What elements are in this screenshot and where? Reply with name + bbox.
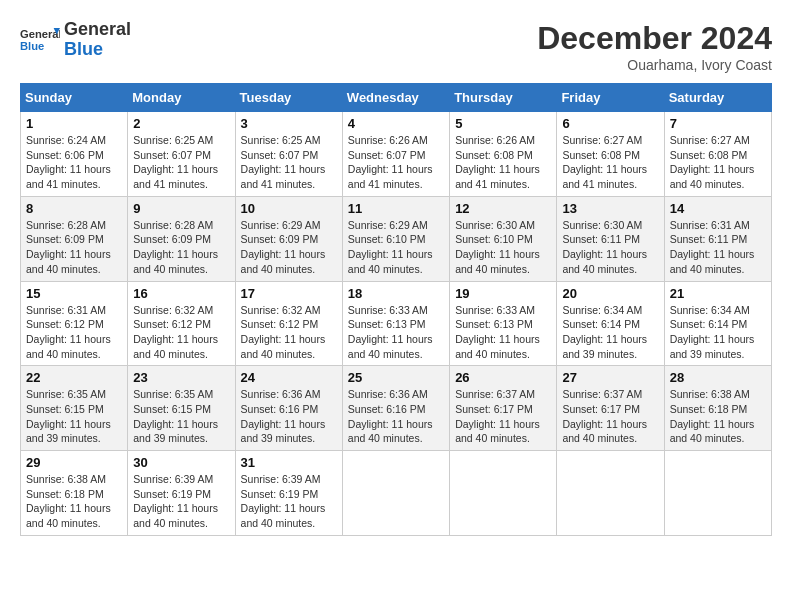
svg-text:Blue: Blue <box>20 40 44 52</box>
day-info: Sunrise: 6:34 AMSunset: 6:14 PMDaylight:… <box>670 303 766 362</box>
day-number: 24 <box>241 370 337 385</box>
day-number: 21 <box>670 286 766 301</box>
calendar-cell <box>664 451 771 536</box>
day-number: 28 <box>670 370 766 385</box>
calendar-week-row: 15Sunrise: 6:31 AMSunset: 6:12 PMDayligh… <box>21 281 772 366</box>
day-info: Sunrise: 6:27 AMSunset: 6:08 PMDaylight:… <box>562 133 658 192</box>
calendar-cell <box>450 451 557 536</box>
logo: General Blue General Blue <box>20 20 131 60</box>
day-info: Sunrise: 6:34 AMSunset: 6:14 PMDaylight:… <box>562 303 658 362</box>
calendar-cell: 21Sunrise: 6:34 AMSunset: 6:14 PMDayligh… <box>664 281 771 366</box>
calendar-cell: 17Sunrise: 6:32 AMSunset: 6:12 PMDayligh… <box>235 281 342 366</box>
day-number: 6 <box>562 116 658 131</box>
calendar-cell <box>342 451 449 536</box>
day-number: 27 <box>562 370 658 385</box>
day-number: 29 <box>26 455 122 470</box>
calendar-cell: 6Sunrise: 6:27 AMSunset: 6:08 PMDaylight… <box>557 112 664 197</box>
calendar-cell: 3Sunrise: 6:25 AMSunset: 6:07 PMDaylight… <box>235 112 342 197</box>
calendar-cell: 27Sunrise: 6:37 AMSunset: 6:17 PMDayligh… <box>557 366 664 451</box>
day-number: 12 <box>455 201 551 216</box>
calendar-cell: 9Sunrise: 6:28 AMSunset: 6:09 PMDaylight… <box>128 196 235 281</box>
day-info: Sunrise: 6:37 AMSunset: 6:17 PMDaylight:… <box>562 387 658 446</box>
day-info: Sunrise: 6:29 AMSunset: 6:10 PMDaylight:… <box>348 218 444 277</box>
title-area: December 2024 Ouarhama, Ivory Coast <box>537 20 772 73</box>
day-number: 26 <box>455 370 551 385</box>
calendar-cell: 5Sunrise: 6:26 AMSunset: 6:08 PMDaylight… <box>450 112 557 197</box>
calendar-cell: 31Sunrise: 6:39 AMSunset: 6:19 PMDayligh… <box>235 451 342 536</box>
day-number: 11 <box>348 201 444 216</box>
day-number: 1 <box>26 116 122 131</box>
weekday-header-friday: Friday <box>557 84 664 112</box>
weekday-header-saturday: Saturday <box>664 84 771 112</box>
weekday-header-thursday: Thursday <box>450 84 557 112</box>
weekday-header-monday: Monday <box>128 84 235 112</box>
weekday-header-sunday: Sunday <box>21 84 128 112</box>
calendar-cell: 16Sunrise: 6:32 AMSunset: 6:12 PMDayligh… <box>128 281 235 366</box>
day-info: Sunrise: 6:32 AMSunset: 6:12 PMDaylight:… <box>133 303 229 362</box>
day-number: 20 <box>562 286 658 301</box>
day-info: Sunrise: 6:38 AMSunset: 6:18 PMDaylight:… <box>670 387 766 446</box>
calendar-cell: 10Sunrise: 6:29 AMSunset: 6:09 PMDayligh… <box>235 196 342 281</box>
weekday-header-wednesday: Wednesday <box>342 84 449 112</box>
day-info: Sunrise: 6:28 AMSunset: 6:09 PMDaylight:… <box>133 218 229 277</box>
day-number: 5 <box>455 116 551 131</box>
calendar-cell: 18Sunrise: 6:33 AMSunset: 6:13 PMDayligh… <box>342 281 449 366</box>
day-info: Sunrise: 6:29 AMSunset: 6:09 PMDaylight:… <box>241 218 337 277</box>
day-number: 16 <box>133 286 229 301</box>
day-number: 18 <box>348 286 444 301</box>
calendar-cell: 15Sunrise: 6:31 AMSunset: 6:12 PMDayligh… <box>21 281 128 366</box>
day-number: 23 <box>133 370 229 385</box>
day-number: 22 <box>26 370 122 385</box>
day-number: 13 <box>562 201 658 216</box>
day-number: 14 <box>670 201 766 216</box>
day-info: Sunrise: 6:27 AMSunset: 6:08 PMDaylight:… <box>670 133 766 192</box>
day-number: 10 <box>241 201 337 216</box>
day-info: Sunrise: 6:38 AMSunset: 6:18 PMDaylight:… <box>26 472 122 531</box>
calendar-week-row: 22Sunrise: 6:35 AMSunset: 6:15 PMDayligh… <box>21 366 772 451</box>
calendar-week-row: 1Sunrise: 6:24 AMSunset: 6:06 PMDaylight… <box>21 112 772 197</box>
calendar-cell: 20Sunrise: 6:34 AMSunset: 6:14 PMDayligh… <box>557 281 664 366</box>
day-info: Sunrise: 6:35 AMSunset: 6:15 PMDaylight:… <box>133 387 229 446</box>
calendar-table: SundayMondayTuesdayWednesdayThursdayFrid… <box>20 83 772 536</box>
day-number: 7 <box>670 116 766 131</box>
day-info: Sunrise: 6:32 AMSunset: 6:12 PMDaylight:… <box>241 303 337 362</box>
day-info: Sunrise: 6:37 AMSunset: 6:17 PMDaylight:… <box>455 387 551 446</box>
calendar-cell: 26Sunrise: 6:37 AMSunset: 6:17 PMDayligh… <box>450 366 557 451</box>
day-number: 2 <box>133 116 229 131</box>
day-info: Sunrise: 6:36 AMSunset: 6:16 PMDaylight:… <box>241 387 337 446</box>
calendar-cell: 19Sunrise: 6:33 AMSunset: 6:13 PMDayligh… <box>450 281 557 366</box>
day-info: Sunrise: 6:31 AMSunset: 6:12 PMDaylight:… <box>26 303 122 362</box>
page-header: General Blue General Blue December 2024 … <box>20 20 772 73</box>
weekday-header-row: SundayMondayTuesdayWednesdayThursdayFrid… <box>21 84 772 112</box>
day-info: Sunrise: 6:26 AMSunset: 6:07 PMDaylight:… <box>348 133 444 192</box>
day-number: 4 <box>348 116 444 131</box>
calendar-week-row: 29Sunrise: 6:38 AMSunset: 6:18 PMDayligh… <box>21 451 772 536</box>
day-number: 15 <box>26 286 122 301</box>
day-info: Sunrise: 6:31 AMSunset: 6:11 PMDaylight:… <box>670 218 766 277</box>
day-info: Sunrise: 6:24 AMSunset: 6:06 PMDaylight:… <box>26 133 122 192</box>
svg-text:General: General <box>20 28 60 40</box>
day-number: 8 <box>26 201 122 216</box>
calendar-cell: 25Sunrise: 6:36 AMSunset: 6:16 PMDayligh… <box>342 366 449 451</box>
day-info: Sunrise: 6:28 AMSunset: 6:09 PMDaylight:… <box>26 218 122 277</box>
calendar-cell: 4Sunrise: 6:26 AMSunset: 6:07 PMDaylight… <box>342 112 449 197</box>
calendar-cell: 12Sunrise: 6:30 AMSunset: 6:10 PMDayligh… <box>450 196 557 281</box>
calendar-cell: 7Sunrise: 6:27 AMSunset: 6:08 PMDaylight… <box>664 112 771 197</box>
calendar-cell: 1Sunrise: 6:24 AMSunset: 6:06 PMDaylight… <box>21 112 128 197</box>
day-info: Sunrise: 6:25 AMSunset: 6:07 PMDaylight:… <box>133 133 229 192</box>
day-number: 30 <box>133 455 229 470</box>
calendar-cell: 30Sunrise: 6:39 AMSunset: 6:19 PMDayligh… <box>128 451 235 536</box>
day-info: Sunrise: 6:26 AMSunset: 6:08 PMDaylight:… <box>455 133 551 192</box>
day-info: Sunrise: 6:39 AMSunset: 6:19 PMDaylight:… <box>133 472 229 531</box>
logo-icon: General Blue <box>20 20 60 60</box>
day-number: 31 <box>241 455 337 470</box>
day-info: Sunrise: 6:30 AMSunset: 6:11 PMDaylight:… <box>562 218 658 277</box>
calendar-cell: 13Sunrise: 6:30 AMSunset: 6:11 PMDayligh… <box>557 196 664 281</box>
day-info: Sunrise: 6:35 AMSunset: 6:15 PMDaylight:… <box>26 387 122 446</box>
calendar-cell: 11Sunrise: 6:29 AMSunset: 6:10 PMDayligh… <box>342 196 449 281</box>
day-info: Sunrise: 6:25 AMSunset: 6:07 PMDaylight:… <box>241 133 337 192</box>
calendar-cell: 22Sunrise: 6:35 AMSunset: 6:15 PMDayligh… <box>21 366 128 451</box>
weekday-header-tuesday: Tuesday <box>235 84 342 112</box>
calendar-cell <box>557 451 664 536</box>
calendar-cell: 2Sunrise: 6:25 AMSunset: 6:07 PMDaylight… <box>128 112 235 197</box>
